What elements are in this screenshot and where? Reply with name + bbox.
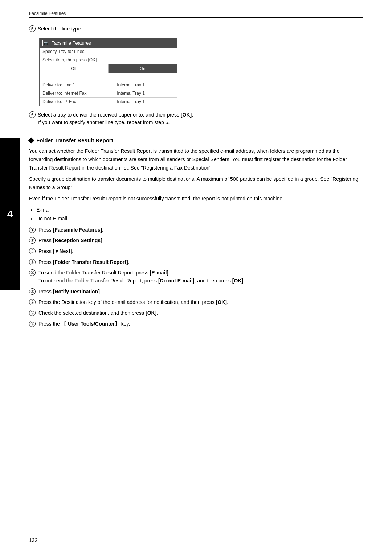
dialog-title: Facsimile Features	[51, 40, 91, 46]
step-circle-5: ⑤	[29, 269, 36, 276]
page-header: Facsimile Features	[29, 11, 363, 18]
section-number: 4	[7, 208, 13, 220]
dialog-btn-off[interactable]: Off	[40, 64, 109, 73]
step5-number: 5	[29, 25, 36, 32]
step-circle-3: ③	[29, 248, 36, 254]
table-cell-label-2: Deliver to: IP-Fax	[40, 98, 114, 106]
step-circle-9: ⑨	[29, 321, 36, 327]
numbered-steps: ① Press [Facsimile Features]. ② Press [R…	[29, 226, 363, 328]
section-heading-text: Folder Transfer Result Report	[36, 137, 113, 143]
section-number-bar: 4	[0, 138, 20, 290]
table-cell-value-0: Internal Tray 1	[114, 81, 177, 89]
step-circle-6: ⑥	[29, 288, 36, 295]
dialog-spacer	[40, 73, 177, 81]
step-text-3: Press [▼Next].	[38, 248, 363, 256]
step-text-8: Check the selected destination, and then…	[38, 309, 363, 317]
step-circle-1: ①	[29, 227, 36, 233]
table-cell-value-1: Internal Tray 1	[114, 89, 177, 97]
step6-number: 6	[29, 111, 36, 118]
numbered-step-2: ② Press [Reception Settings].	[29, 237, 363, 245]
section-heading: Folder Transfer Result Report	[29, 137, 363, 143]
numbered-step-1: ① Press [Facsimile Features].	[29, 226, 363, 234]
step-text-7: Press the Destination key of the e-mail …	[38, 298, 363, 306]
dialog-row2: Select item, then press [OK].	[40, 56, 177, 64]
table-cell-label-1: Deliver to: Internet Fax	[40, 89, 114, 97]
table-row: Deliver to: Internet Fax Internal Tray 1	[40, 89, 177, 98]
body-paragraph-2: Specify a group destination to transfer …	[29, 175, 363, 192]
step6: 6 Select a tray to deliver the received …	[29, 111, 363, 126]
numbered-step-8: ⑧ Check the selected destination, and th…	[29, 309, 363, 317]
table-cell-value-2: Internal Tray 1	[114, 98, 177, 106]
dialog-title-bar: 📷 Facsimile Features	[40, 38, 177, 48]
step-text-9: Press the 【 User Tools/Counter】 key.	[38, 320, 363, 328]
step6-text: Select a tray to deliver the received pa…	[38, 111, 193, 126]
numbered-step-4: ④ Press [Folder Transfer Result Report].	[29, 258, 363, 266]
table-row: Deliver to: Line 1 Internal Tray 1	[40, 81, 177, 89]
table-row: Deliver to: IP-Fax Internal Tray 1	[40, 98, 177, 106]
step-text-2: Press [Reception Settings].	[38, 237, 363, 245]
step5-text: Select the line type.	[38, 25, 82, 33]
dialog-buttons-row: Off On	[40, 64, 177, 73]
dialog-btn-on[interactable]: On	[109, 64, 177, 73]
numbered-step-3: ③ Press [▼Next].	[29, 248, 363, 256]
header-label: Facsimile Features	[29, 11, 66, 16]
bullet-list: E-mail Do not E-mail	[36, 206, 363, 223]
body-paragraph-3: Even if the Folder Transfer Result Repor…	[29, 195, 363, 203]
dialog-table: Deliver to: Line 1 Internal Tray 1 Deliv…	[40, 81, 177, 106]
step-circle-4: ④	[29, 259, 36, 265]
step-circle-8: ⑧	[29, 310, 36, 316]
step-text-4: Press [Folder Transfer Result Report].	[38, 258, 363, 266]
table-cell-label-0: Deliver to: Line 1	[40, 81, 114, 89]
list-item: E-mail	[36, 206, 363, 214]
step-text-6: Press [Notify Destination].	[38, 288, 363, 296]
body-paragraph-1: You can set whether the Folder Transfer …	[29, 147, 363, 172]
step-circle-2: ②	[29, 237, 36, 244]
dialog-icon: 📷	[42, 40, 49, 46]
step-text-5: To send the Folder Transfer Result Repor…	[38, 269, 363, 285]
numbered-step-7: ⑦ Press the Destination key of the e-mai…	[29, 298, 363, 306]
list-item: Do not E-mail	[36, 215, 363, 223]
diamond-icon	[28, 137, 34, 143]
step-circle-7: ⑦	[29, 299, 36, 305]
numbered-step-5: ⑤ To send the Folder Transfer Result Rep…	[29, 269, 363, 285]
step-text-1: Press [Facsimile Features].	[38, 226, 363, 234]
page-number: 132	[29, 537, 37, 543]
numbered-step-9: ⑨ Press the 【 User Tools/Counter】 key.	[29, 320, 363, 328]
dialog-row1: Specify Tray for Lines	[40, 48, 177, 56]
dialog-box: 📷 Facsimile Features Specify Tray for Li…	[39, 38, 177, 106]
step5-intro: 5 Select the line type.	[29, 25, 363, 33]
numbered-step-6: ⑥ Press [Notify Destination].	[29, 288, 363, 296]
